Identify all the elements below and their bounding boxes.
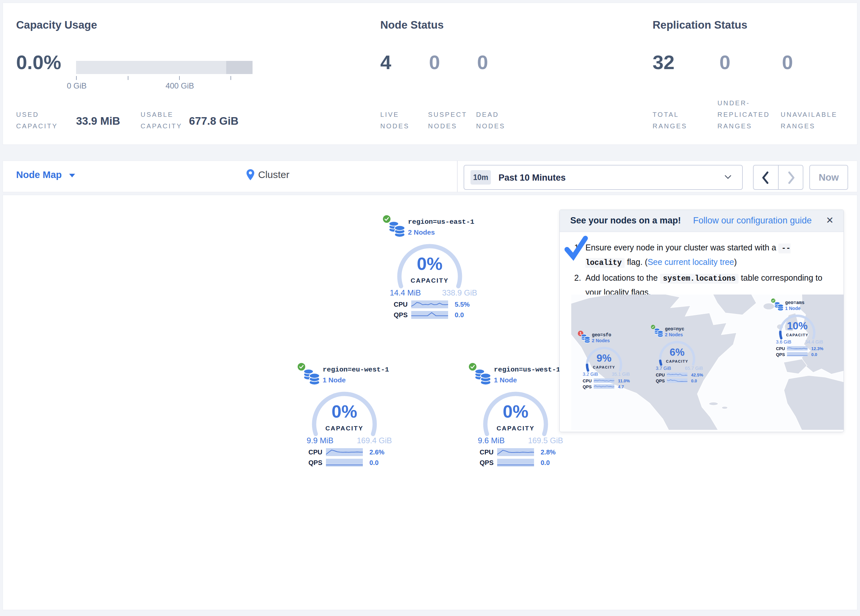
- node-map-canvas: region=us-east-1 2 Nodes 0% CAPACITY 14.…: [3, 195, 857, 610]
- suspect-nodes-label: SUSPECTNODES: [428, 109, 467, 132]
- qps-value: 0.0: [369, 459, 379, 467]
- qps-label: QPS: [383, 311, 408, 319]
- map-pin-icon: [246, 169, 255, 181]
- capacity-percent: 6%: [659, 346, 696, 358]
- now-button[interactable]: Now: [809, 165, 848, 190]
- cpu-sparkline: [594, 378, 614, 383]
- qps-value: 0.0: [455, 311, 464, 319]
- cpu-value: 5.5%: [455, 301, 470, 308]
- toolbar-divider: [457, 161, 458, 192]
- qps-label: QPS: [469, 459, 494, 467]
- node-count: 2 Nodes: [592, 338, 610, 343]
- locality-title: geo=sfo: [592, 332, 611, 338]
- cpu-sparkline: [787, 346, 808, 350]
- locality-title: region=us-east-1: [408, 218, 474, 226]
- capacity-used-value: 3.7 GiB: [656, 365, 671, 371]
- breadcrumb[interactable]: Cluster: [246, 169, 289, 181]
- qps-value: 4.7: [618, 385, 624, 390]
- capacity-total-value: 169.5 GiB: [528, 436, 563, 445]
- node-count: 1 Node: [323, 376, 346, 384]
- qps-label: QPS: [578, 385, 592, 390]
- step-forward-button[interactable]: [788, 171, 796, 184]
- capacity-bar: [76, 61, 253, 74]
- usable-capacity-value: 677.8 GiB: [189, 115, 239, 127]
- cpu-label: CPU: [298, 448, 322, 456]
- cpu-label: CPU: [469, 448, 494, 456]
- close-icon[interactable]: ✕: [826, 215, 834, 226]
- qps-sparkline: [411, 311, 448, 319]
- chevron-down-icon: [69, 174, 75, 177]
- under-replicated-count: 0: [719, 51, 730, 74]
- cluster-overview-page: Capacity Usage 0.0% 0 GiB 400 GiB USEDCA…: [0, 0, 860, 616]
- capacity-percent: 0%: [483, 401, 549, 422]
- capacity-word: CAPACITY: [659, 359, 696, 364]
- capacity-usage-title: Capacity Usage: [16, 19, 97, 31]
- live-nodes-count: 4: [380, 51, 391, 74]
- dead-nodes-count: 0: [477, 51, 488, 74]
- node-count: 2 Nodes: [408, 228, 435, 236]
- capacity-percent: 0%: [311, 401, 377, 422]
- qps-sparkline: [667, 378, 687, 383]
- axis-tick-label-400: 400 GiB: [166, 81, 194, 91]
- database-nodes-icon: [654, 328, 664, 338]
- qps-sparkline: [497, 459, 534, 467]
- database-nodes-icon: [474, 368, 491, 387]
- capacity-total-value: 169.4 GiB: [357, 436, 392, 445]
- button-divider: [778, 166, 779, 189]
- capacity-word: CAPACITY: [483, 425, 549, 432]
- completed-check-icon: [562, 234, 590, 262]
- under-replicated-label: UNDER-REPLICATEDRANGES: [717, 97, 770, 132]
- popup-header: See your nodes on a map! Follow our conf…: [560, 210, 844, 232]
- capacity-used-value: 3.2 GiB: [583, 371, 598, 377]
- configuration-guide-link[interactable]: Follow our configuration guide: [693, 216, 811, 226]
- unavailable-ranges-label: UNAVAILABLERANGES: [781, 109, 837, 132]
- qps-sparkline: [787, 352, 808, 356]
- locality-title: geo=ams: [785, 300, 805, 306]
- cpu-value: 2.6%: [369, 448, 384, 456]
- node-count: 1 Node: [785, 306, 801, 311]
- cpu-label: CPU: [383, 301, 408, 308]
- axis-tick-label-0: 0 GiB: [67, 81, 86, 91]
- node-count: 2 Nodes: [665, 332, 683, 337]
- locality-title: region=us-west-1: [494, 366, 560, 373]
- system-locations-code: system.locations: [660, 274, 739, 284]
- region-card-us-west-1[interactable]: region=us-west-1 1 Node 0% CAPACITY 9.6 …: [469, 363, 568, 472]
- locality-card-geo-nyc[interactable]: geo=nyc 2 Nodes 6% CAPACITY 3.7 GiB 65.7…: [651, 325, 706, 386]
- database-nodes-icon: [303, 368, 320, 387]
- capacity-word: CAPACITY: [586, 365, 623, 370]
- cpu-sparkline: [411, 301, 448, 308]
- usable-capacity-label: USABLECAPACITY: [141, 109, 182, 132]
- capacity-total-value: 35.1 GiB: [612, 371, 629, 377]
- cpu-value: 11.0%: [618, 379, 630, 384]
- qps-label: QPS: [651, 379, 665, 384]
- time-range-dropdown[interactable]: 10m Past 10 Minutes: [464, 165, 743, 190]
- qps-value: 0.0: [811, 353, 817, 357]
- cpu-label: CPU: [578, 379, 592, 384]
- node-status-title: Node Status: [380, 19, 444, 31]
- database-nodes-icon: [388, 220, 405, 239]
- total-ranges-count: 32: [653, 51, 675, 74]
- database-nodes-icon: [581, 333, 590, 344]
- view-selector-dropdown[interactable]: Node Map: [16, 169, 75, 180]
- capacity-word: CAPACITY: [311, 425, 377, 432]
- cpu-value: 42.5%: [691, 373, 703, 378]
- cpu-value: 2.8%: [541, 448, 556, 456]
- qps-label: QPS: [298, 459, 322, 467]
- axis-tick: [179, 76, 180, 80]
- capacity-total-value: 65.7 GiB: [685, 365, 703, 371]
- locality-tree-link[interactable]: See current locality tree: [648, 257, 734, 266]
- locality-card-geo-ams[interactable]: geo=ams 1 Node 10% CAPACITY 3.6 GiB 34.4…: [771, 298, 826, 359]
- capacity-bar-reserved-segment: [226, 61, 253, 74]
- region-card-eu-west-1[interactable]: region=eu-west-1 1 Node 0% CAPACITY 9.9 …: [298, 363, 396, 472]
- used-capacity-value: 33.9 MiB: [76, 115, 120, 127]
- replication-status-title: Replication Status: [653, 19, 747, 31]
- step-back-button[interactable]: [761, 171, 769, 184]
- time-range-badge: 10m: [471, 170, 491, 185]
- locality-title: geo=nyc: [665, 326, 684, 332]
- configuration-steps: 1. Ensure every node in your cluster was…: [574, 241, 828, 301]
- region-card-us-east-1[interactable]: region=us-east-1 2 Nodes 0% CAPACITY 14.…: [383, 215, 482, 324]
- cpu-sparkline: [667, 373, 687, 377]
- locality-card-geo-sfo[interactable]: 1 geo=sfo 2 Nodes 9% CAPACITY 3.2 GiB 35…: [578, 331, 633, 392]
- capacity-word: CAPACITY: [779, 333, 816, 337]
- axis-tick: [128, 76, 129, 80]
